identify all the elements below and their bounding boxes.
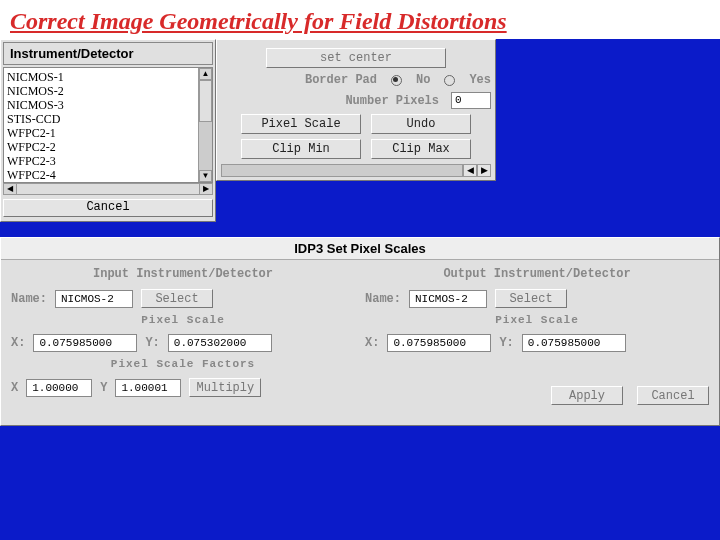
fy-label: Y	[100, 381, 107, 395]
name-label: Name:	[11, 292, 47, 306]
scroll-thumb[interactable]	[199, 80, 212, 122]
list-item[interactable]: WFPC2-1	[7, 126, 195, 140]
hscroll-track[interactable]	[16, 184, 200, 194]
x-label: X:	[365, 336, 379, 350]
list-item[interactable]: WFPC2-3	[7, 154, 195, 168]
image-options-panel: set center Border Pad No Yes Number Pixe…	[216, 39, 496, 181]
border-pad-no-radio[interactable]	[391, 75, 402, 86]
border-pad-yes-radio[interactable]	[444, 75, 455, 86]
list-item[interactable]: WFPC2-4	[7, 168, 195, 182]
input-header: Input Instrument/Detector	[11, 267, 355, 281]
scroll-track[interactable]	[199, 80, 212, 170]
number-pixels-input[interactable]: 0	[451, 92, 491, 109]
yes-label: Yes	[469, 73, 491, 87]
multiply-button[interactable]: Multiply	[189, 378, 261, 397]
input-column: Input Instrument/Detector Name: NICMOS-2…	[11, 264, 355, 411]
panel-hscrollbar[interactable]: ◀ ▶	[221, 164, 491, 177]
list-item[interactable]: WFPC2-2	[7, 140, 195, 154]
scroll-down-icon[interactable]: ▼	[199, 170, 212, 182]
output-column: Output Instrument/Detector Name: NICMOS-…	[365, 264, 709, 411]
list-item[interactable]: NICMOS-3	[7, 98, 195, 112]
instrument-header: Instrument/Detector	[3, 42, 213, 65]
fx-label: X	[11, 381, 18, 395]
factor-x-field[interactable]: 1.00000	[26, 379, 92, 397]
list-item[interactable]: NICMOS-2	[7, 84, 195, 98]
factor-y-field[interactable]: 1.00001	[115, 379, 181, 397]
panel-hscroll-track[interactable]	[221, 164, 463, 177]
vertical-scrollbar[interactable]: ▲ ▼	[198, 68, 212, 182]
pixel-scales-dialog: IDP3 Set Pixel Scales Input Instrument/D…	[0, 237, 720, 426]
pixel-scale-label: Pixel Scale	[365, 314, 709, 326]
name-label: Name:	[365, 292, 401, 306]
output-x-field[interactable]: 0.075985000	[387, 334, 491, 352]
instrument-listbox[interactable]: NICMOS-1 NICMOS-2 NICMOS-3 STIS-CCD WFPC…	[4, 68, 198, 182]
y-label: Y:	[145, 336, 159, 350]
clip-min-button[interactable]: Clip Min	[241, 139, 361, 159]
clip-max-button[interactable]: Clip Max	[371, 139, 471, 159]
pixel-scale-label: Pixel Scale	[11, 314, 355, 326]
input-name-field[interactable]: NICMOS-2	[55, 290, 133, 308]
pixel-scale-button[interactable]: Pixel Scale	[241, 114, 361, 134]
page-title: Correct Image Geometrically for Field Di…	[0, 0, 720, 39]
output-select-button[interactable]: Select	[495, 289, 567, 308]
apply-button[interactable]: Apply	[551, 386, 623, 405]
output-header: Output Instrument/Detector	[365, 267, 709, 281]
output-y-field[interactable]: 0.075985000	[522, 334, 626, 352]
x-label: X:	[11, 336, 25, 350]
list-item[interactable]: NICMOS-1	[7, 70, 195, 84]
list-item[interactable]: STIS-CCD	[7, 112, 195, 126]
scroll-up-icon[interactable]: ▲	[199, 68, 212, 80]
border-pad-label: Border Pad	[305, 73, 377, 87]
input-select-button[interactable]: Select	[141, 289, 213, 308]
y-label: Y:	[499, 336, 513, 350]
pixel-scale-factors-label: Pixel Scale Factors	[11, 358, 355, 370]
input-y-field[interactable]: 0.075302000	[168, 334, 272, 352]
dialog-title: IDP3 Set Pixel Scales	[1, 238, 719, 260]
cancel-button[interactable]: Cancel	[3, 199, 213, 217]
number-pixels-label: Number Pixels	[345, 94, 439, 108]
instrument-selector-panel: Instrument/Detector NICMOS-1 NICMOS-2 NI…	[0, 39, 216, 222]
scroll-left-icon[interactable]: ◀	[4, 184, 16, 194]
scroll-left-icon[interactable]: ◀	[463, 164, 477, 177]
dialog-cancel-button[interactable]: Cancel	[637, 386, 709, 405]
scroll-right-icon[interactable]: ▶	[477, 164, 491, 177]
horizontal-scrollbar[interactable]: ◀ ▶	[3, 183, 213, 195]
no-label: No	[416, 73, 430, 87]
scroll-right-icon[interactable]: ▶	[200, 184, 212, 194]
output-name-field[interactable]: NICMOS-2	[409, 290, 487, 308]
undo-button[interactable]: Undo	[371, 114, 471, 134]
input-x-field[interactable]: 0.075985000	[33, 334, 137, 352]
set-center-button[interactable]: set center	[266, 48, 446, 68]
